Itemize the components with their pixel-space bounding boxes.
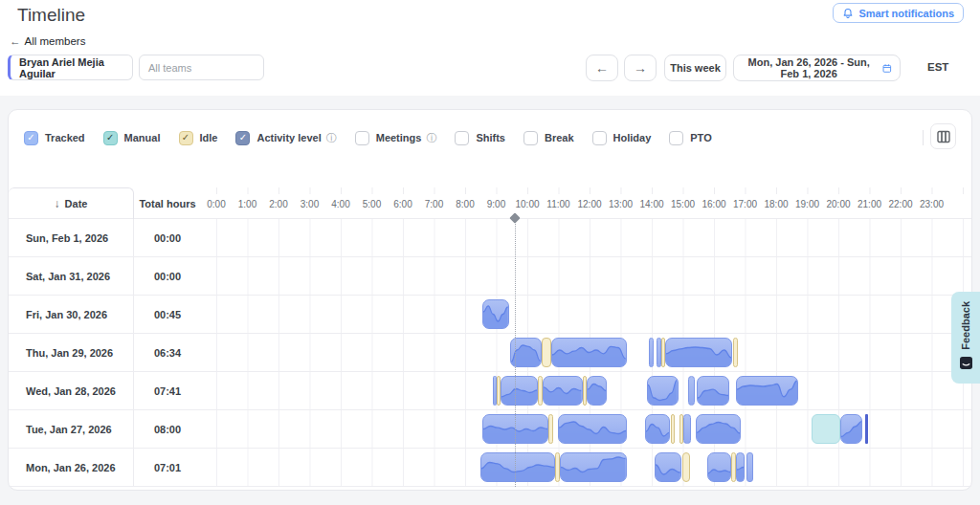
filter-checkbox-break[interactable]: Break: [523, 131, 574, 145]
tracked-segment[interactable]: [688, 376, 695, 406]
tracked-segment[interactable]: [697, 376, 729, 406]
tracked-segment[interactable]: [665, 338, 732, 367]
activity-wave-chart: [483, 300, 508, 328]
filter-checkbox-idle[interactable]: ✓Idle: [179, 131, 218, 145]
table-row: Wed, Jan 28, 202607:41: [9, 372, 971, 410]
hour-label: 17:00: [733, 198, 757, 209]
tracked-segment[interactable]: [560, 452, 627, 482]
tracked-segment[interactable]: [558, 414, 627, 444]
hour-label: 9:00: [487, 198, 505, 209]
table-row: Fri, Jan 30, 202600:45: [9, 296, 971, 334]
columns-settings-button[interactable]: [930, 123, 956, 149]
filter-label: PTO: [690, 132, 711, 143]
tracked-segment[interactable]: [736, 452, 745, 482]
previous-week-button[interactable]: ←: [586, 55, 618, 81]
tracked-segment[interactable]: [645, 414, 671, 444]
columns-icon: [937, 130, 950, 143]
idle-segment[interactable]: [548, 414, 553, 444]
table-header: ↓ Date Total hours 0:001:002:003:004:005…: [9, 187, 971, 219]
hour-label: 4:00: [331, 198, 349, 209]
tracked-segment[interactable]: [683, 414, 690, 444]
idle-segment[interactable]: [542, 338, 552, 367]
checkbox-icon: [669, 131, 683, 145]
hour-label: 6:00: [393, 198, 412, 209]
current-time-line: [515, 219, 516, 487]
date-column-header[interactable]: ↓ Date: [9, 187, 134, 219]
table-row: Sun, Feb 1, 202600:00: [9, 219, 971, 257]
feedback-tab[interactable]: Feedback: [951, 292, 980, 384]
filters-bar: ✓Tracked✓Manual✓Idle✓Activity levelⓘMeet…: [24, 125, 712, 150]
next-week-button[interactable]: →: [624, 55, 657, 81]
activity-wave-chart: [646, 415, 670, 443]
filter-checkbox-shifts[interactable]: Shifts: [455, 131, 505, 145]
filter-checkbox-activity-level[interactable]: ✓Activity levelⓘ: [235, 131, 336, 145]
table-row: Sat, Jan 31, 202600:00: [9, 257, 971, 296]
row-total-hours: 00:00: [134, 219, 201, 256]
activity-wave-chart: [561, 453, 626, 481]
this-week-button[interactable]: This week: [664, 55, 726, 81]
top-header: Timeline ←All members Bryan Ariel Mejia …: [0, 0, 980, 96]
row-date: Sat, Jan 31, 2026: [9, 257, 134, 295]
tracked-segment[interactable]: [657, 338, 661, 367]
tracked-segment[interactable]: [696, 414, 741, 444]
table-body: Sun, Feb 1, 202600:00Sat, Jan 31, 202600…: [9, 219, 971, 487]
idle-segment[interactable]: [671, 414, 676, 444]
row-timeline: [201, 296, 971, 333]
tracked-segment[interactable]: [746, 452, 753, 482]
filter-checkbox-meetings[interactable]: Meetingsⓘ: [355, 131, 437, 145]
hour-label: 21:00: [858, 198, 881, 209]
row-total-hours: 00:00: [134, 257, 201, 295]
activity-wave-chart: [666, 339, 731, 366]
filter-label: Holiday: [613, 132, 652, 143]
filter-checkbox-tracked[interactable]: ✓Tracked: [24, 131, 85, 145]
tracked-segment[interactable]: [551, 338, 627, 367]
hour-label: 15:00: [671, 198, 695, 209]
info-icon[interactable]: ⓘ: [326, 131, 337, 145]
filter-checkbox-pto[interactable]: PTO: [669, 131, 711, 145]
hour-label: 5:00: [363, 198, 381, 209]
row-timeline: [201, 449, 971, 486]
tracked-segment[interactable]: [840, 414, 863, 444]
row-timeline: [201, 372, 971, 409]
tracked-segment[interactable]: [649, 338, 655, 367]
hour-label: 12:00: [577, 198, 601, 209]
timezone-label: EST: [927, 61, 948, 73]
hours-header: 0:001:002:003:004:005:006:007:008:009:00…: [201, 187, 971, 219]
filter-checkbox-holiday[interactable]: Holiday: [592, 131, 652, 145]
tracked-segment[interactable]: [543, 376, 582, 406]
hour-label: 7:00: [425, 198, 443, 209]
idle-segment[interactable]: [733, 338, 738, 367]
row-timeline: [201, 257, 971, 295]
checkbox-icon: ✓: [179, 131, 193, 145]
back-arrow-icon: ←: [10, 35, 21, 47]
hour-label: 22:00: [888, 198, 912, 209]
filter-label: Meetings: [376, 132, 422, 143]
tracked-segment[interactable]: [655, 452, 681, 482]
hour-label: 11:00: [546, 198, 569, 209]
info-icon[interactable]: ⓘ: [426, 131, 436, 145]
tracked-segment[interactable]: [647, 376, 679, 406]
hour-label: 13:00: [609, 198, 633, 209]
activity-wave-chart: [841, 415, 862, 443]
timeline-card: ✓Tracked✓Manual✓Idle✓Activity levelⓘMeet…: [8, 109, 972, 491]
tracked-segment[interactable]: [707, 452, 731, 482]
idle-segment[interactable]: [682, 452, 690, 482]
back-to-all-members-link[interactable]: ←All members: [10, 35, 85, 47]
line-segment[interactable]: [865, 414, 868, 444]
filter-label: Shifts: [476, 132, 505, 143]
tracked-segment[interactable]: [482, 299, 509, 329]
sort-desc-icon: ↓: [55, 197, 60, 210]
filter-checkbox-manual[interactable]: ✓Manual: [103, 131, 161, 145]
date-range-picker[interactable]: Mon, Jan 26, 2026 - Sun, Feb 1, 2026: [733, 55, 901, 81]
tracked-segment[interactable]: [736, 376, 798, 406]
smart-notifications-button[interactable]: Smart notifications: [833, 3, 964, 23]
row-date: Fri, Jan 30, 2026: [9, 296, 134, 333]
activity-wave-chart: [544, 377, 581, 405]
member-filter-input[interactable]: Bryan Ariel Mejia Aguilar: [8, 55, 133, 80]
tracked-segment[interactable]: [587, 376, 607, 406]
manual-segment[interactable]: [812, 414, 839, 444]
hour-label: 14:00: [639, 198, 663, 209]
tracked-segment[interactable]: [480, 452, 555, 482]
tracked-segment[interactable]: [501, 376, 538, 406]
teams-filter-input[interactable]: All teams: [139, 55, 264, 80]
